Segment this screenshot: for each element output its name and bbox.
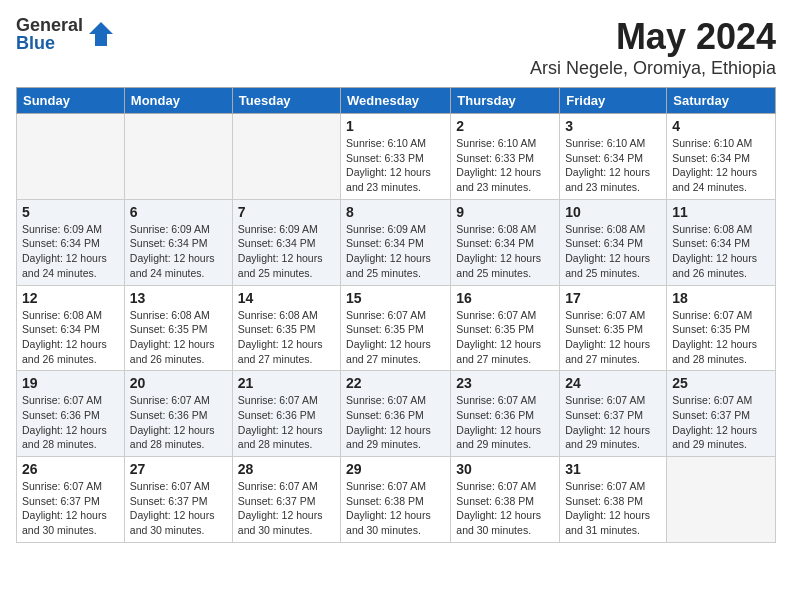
calendar: SundayMondayTuesdayWednesdayThursdayFrid… <box>16 87 776 543</box>
day-cell: 4Sunrise: 6:10 AM Sunset: 6:34 PM Daylig… <box>667 114 776 200</box>
header-thursday: Thursday <box>451 88 560 114</box>
day-cell: 18Sunrise: 6:07 AM Sunset: 6:35 PM Dayli… <box>667 285 776 371</box>
day-cell: 3Sunrise: 6:10 AM Sunset: 6:34 PM Daylig… <box>560 114 667 200</box>
location-title: Arsi Negele, Oromiya, Ethiopia <box>530 58 776 79</box>
day-info: Sunrise: 6:10 AM Sunset: 6:34 PM Dayligh… <box>565 136 661 195</box>
day-number: 23 <box>456 375 554 391</box>
week-row-4: 26Sunrise: 6:07 AM Sunset: 6:37 PM Dayli… <box>17 457 776 543</box>
day-info: Sunrise: 6:07 AM Sunset: 6:37 PM Dayligh… <box>130 479 227 538</box>
header-row: SundayMondayTuesdayWednesdayThursdayFrid… <box>17 88 776 114</box>
day-number: 2 <box>456 118 554 134</box>
day-number: 7 <box>238 204 335 220</box>
day-number: 28 <box>238 461 335 477</box>
day-number: 20 <box>130 375 227 391</box>
day-cell: 12Sunrise: 6:08 AM Sunset: 6:34 PM Dayli… <box>17 285 125 371</box>
header-sunday: Sunday <box>17 88 125 114</box>
day-number: 19 <box>22 375 119 391</box>
day-number: 24 <box>565 375 661 391</box>
day-info: Sunrise: 6:07 AM Sunset: 6:38 PM Dayligh… <box>456 479 554 538</box>
day-info: Sunrise: 6:08 AM Sunset: 6:34 PM Dayligh… <box>672 222 770 281</box>
day-info: Sunrise: 6:07 AM Sunset: 6:37 PM Dayligh… <box>22 479 119 538</box>
day-cell: 30Sunrise: 6:07 AM Sunset: 6:38 PM Dayli… <box>451 457 560 543</box>
day-number: 9 <box>456 204 554 220</box>
day-number: 26 <box>22 461 119 477</box>
day-cell: 2Sunrise: 6:10 AM Sunset: 6:33 PM Daylig… <box>451 114 560 200</box>
day-cell: 7Sunrise: 6:09 AM Sunset: 6:34 PM Daylig… <box>232 199 340 285</box>
day-cell: 10Sunrise: 6:08 AM Sunset: 6:34 PM Dayli… <box>560 199 667 285</box>
day-cell: 5Sunrise: 6:09 AM Sunset: 6:34 PM Daylig… <box>17 199 125 285</box>
day-info: Sunrise: 6:08 AM Sunset: 6:35 PM Dayligh… <box>238 308 335 367</box>
day-info: Sunrise: 6:07 AM Sunset: 6:37 PM Dayligh… <box>565 393 661 452</box>
page-header: General Blue May 2024 Arsi Negele, Oromi… <box>16 16 776 79</box>
day-cell: 23Sunrise: 6:07 AM Sunset: 6:36 PM Dayli… <box>451 371 560 457</box>
day-info: Sunrise: 6:07 AM Sunset: 6:36 PM Dayligh… <box>238 393 335 452</box>
day-cell: 20Sunrise: 6:07 AM Sunset: 6:36 PM Dayli… <box>124 371 232 457</box>
day-number: 31 <box>565 461 661 477</box>
day-info: Sunrise: 6:07 AM Sunset: 6:35 PM Dayligh… <box>346 308 445 367</box>
day-number: 11 <box>672 204 770 220</box>
day-number: 30 <box>456 461 554 477</box>
day-cell: 9Sunrise: 6:08 AM Sunset: 6:34 PM Daylig… <box>451 199 560 285</box>
day-number: 6 <box>130 204 227 220</box>
day-info: Sunrise: 6:09 AM Sunset: 6:34 PM Dayligh… <box>346 222 445 281</box>
day-number: 8 <box>346 204 445 220</box>
day-info: Sunrise: 6:07 AM Sunset: 6:35 PM Dayligh… <box>456 308 554 367</box>
day-info: Sunrise: 6:07 AM Sunset: 6:38 PM Dayligh… <box>565 479 661 538</box>
day-cell: 31Sunrise: 6:07 AM Sunset: 6:38 PM Dayli… <box>560 457 667 543</box>
day-info: Sunrise: 6:08 AM Sunset: 6:34 PM Dayligh… <box>456 222 554 281</box>
day-number: 17 <box>565 290 661 306</box>
day-cell <box>124 114 232 200</box>
month-title: May 2024 <box>530 16 776 58</box>
header-friday: Friday <box>560 88 667 114</box>
day-cell: 1Sunrise: 6:10 AM Sunset: 6:33 PM Daylig… <box>341 114 451 200</box>
day-info: Sunrise: 6:07 AM Sunset: 6:37 PM Dayligh… <box>238 479 335 538</box>
day-cell: 26Sunrise: 6:07 AM Sunset: 6:37 PM Dayli… <box>17 457 125 543</box>
day-number: 5 <box>22 204 119 220</box>
day-cell: 27Sunrise: 6:07 AM Sunset: 6:37 PM Dayli… <box>124 457 232 543</box>
day-cell <box>17 114 125 200</box>
day-cell: 28Sunrise: 6:07 AM Sunset: 6:37 PM Dayli… <box>232 457 340 543</box>
header-tuesday: Tuesday <box>232 88 340 114</box>
day-number: 3 <box>565 118 661 134</box>
day-cell: 17Sunrise: 6:07 AM Sunset: 6:35 PM Dayli… <box>560 285 667 371</box>
day-info: Sunrise: 6:08 AM Sunset: 6:35 PM Dayligh… <box>130 308 227 367</box>
day-cell: 15Sunrise: 6:07 AM Sunset: 6:35 PM Dayli… <box>341 285 451 371</box>
day-number: 10 <box>565 204 661 220</box>
day-cell: 22Sunrise: 6:07 AM Sunset: 6:36 PM Dayli… <box>341 371 451 457</box>
day-info: Sunrise: 6:07 AM Sunset: 6:36 PM Dayligh… <box>22 393 119 452</box>
logo-icon <box>87 20 115 48</box>
day-info: Sunrise: 6:07 AM Sunset: 6:37 PM Dayligh… <box>672 393 770 452</box>
day-number: 15 <box>346 290 445 306</box>
day-info: Sunrise: 6:07 AM Sunset: 6:36 PM Dayligh… <box>130 393 227 452</box>
day-number: 18 <box>672 290 770 306</box>
day-cell: 29Sunrise: 6:07 AM Sunset: 6:38 PM Dayli… <box>341 457 451 543</box>
day-number: 22 <box>346 375 445 391</box>
day-info: Sunrise: 6:08 AM Sunset: 6:34 PM Dayligh… <box>22 308 119 367</box>
day-number: 29 <box>346 461 445 477</box>
day-number: 13 <box>130 290 227 306</box>
day-info: Sunrise: 6:08 AM Sunset: 6:34 PM Dayligh… <box>565 222 661 281</box>
day-cell: 8Sunrise: 6:09 AM Sunset: 6:34 PM Daylig… <box>341 199 451 285</box>
day-cell: 6Sunrise: 6:09 AM Sunset: 6:34 PM Daylig… <box>124 199 232 285</box>
day-info: Sunrise: 6:09 AM Sunset: 6:34 PM Dayligh… <box>22 222 119 281</box>
day-info: Sunrise: 6:10 AM Sunset: 6:34 PM Dayligh… <box>672 136 770 195</box>
day-info: Sunrise: 6:07 AM Sunset: 6:35 PM Dayligh… <box>565 308 661 367</box>
header-monday: Monday <box>124 88 232 114</box>
day-info: Sunrise: 6:07 AM Sunset: 6:36 PM Dayligh… <box>456 393 554 452</box>
day-number: 14 <box>238 290 335 306</box>
header-saturday: Saturday <box>667 88 776 114</box>
week-row-0: 1Sunrise: 6:10 AM Sunset: 6:33 PM Daylig… <box>17 114 776 200</box>
day-number: 1 <box>346 118 445 134</box>
day-cell: 21Sunrise: 6:07 AM Sunset: 6:36 PM Dayli… <box>232 371 340 457</box>
title-block: May 2024 Arsi Negele, Oromiya, Ethiopia <box>530 16 776 79</box>
day-cell: 13Sunrise: 6:08 AM Sunset: 6:35 PM Dayli… <box>124 285 232 371</box>
day-cell: 25Sunrise: 6:07 AM Sunset: 6:37 PM Dayli… <box>667 371 776 457</box>
day-info: Sunrise: 6:09 AM Sunset: 6:34 PM Dayligh… <box>238 222 335 281</box>
week-row-1: 5Sunrise: 6:09 AM Sunset: 6:34 PM Daylig… <box>17 199 776 285</box>
day-info: Sunrise: 6:09 AM Sunset: 6:34 PM Dayligh… <box>130 222 227 281</box>
week-row-3: 19Sunrise: 6:07 AM Sunset: 6:36 PM Dayli… <box>17 371 776 457</box>
week-row-2: 12Sunrise: 6:08 AM Sunset: 6:34 PM Dayli… <box>17 285 776 371</box>
day-cell <box>232 114 340 200</box>
day-info: Sunrise: 6:10 AM Sunset: 6:33 PM Dayligh… <box>346 136 445 195</box>
day-number: 21 <box>238 375 335 391</box>
